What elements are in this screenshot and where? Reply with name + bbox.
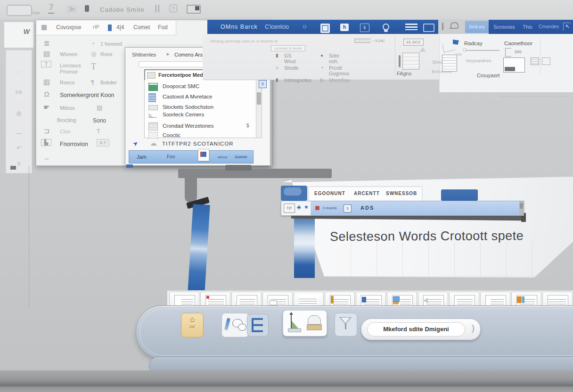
toolbar-item-covoxpse[interactable]: Covoxpse — [56, 24, 81, 31]
ribbon-blue-bar: OMns Barck C'icenlcio ○ h k — [207, 20, 438, 34]
star-icon[interactable]: ★ — [304, 204, 309, 210]
combo-icon — [147, 72, 156, 79]
bell-icon[interactable] — [450, 22, 458, 28]
chart-box-icon: ▙ — [41, 139, 51, 146]
list-button[interactable] — [247, 314, 269, 336]
ribbon-tab-active[interactable]: Drcit ery — [465, 21, 489, 33]
list-item[interactable]: Crondad Werzetones $ — [145, 122, 253, 131]
views-label: 0 vtowms — [323, 206, 337, 210]
doc-tab-3[interactable]: SWNESSOB — [386, 191, 417, 196]
search-pill-text[interactable]: Mkeford sdite Dmigeni — [367, 322, 465, 336]
undo-icon[interactable]: ↶ — [6, 145, 32, 152]
chart-button[interactable] — [283, 310, 327, 336]
club-icon[interactable]: ♣ — [297, 204, 301, 211]
funnel-button[interactable] — [335, 313, 357, 336]
ribbon-tab-4[interactable]: This — [523, 24, 532, 30]
blue-book-icon[interactable] — [108, 24, 112, 31]
ribbon-tiny-chip: Lorsutoo & bnuce — [271, 45, 305, 51]
window-preview-icon[interactable] — [503, 57, 525, 73]
bar-label-c: winos — [218, 155, 227, 159]
tf-box-icon[interactable]: T|F — [284, 204, 295, 213]
bar-label-a[interactable]: Jam — [137, 154, 147, 160]
thermo-table-icon[interactable] — [402, 53, 419, 70]
chip-5-icon[interactable]: 5 — [344, 204, 352, 212]
lined-document-icon[interactable] — [442, 55, 457, 72]
dark-chip-icon[interactable] — [85, 5, 89, 12]
doc-tab-1[interactable]: EGOONUNT — [314, 191, 345, 196]
right-label-radcay[interactable]: Radcay — [464, 41, 483, 46]
easel-edge-line — [29, 166, 29, 307]
small-dark-chip — [10, 166, 16, 170]
funnel-icon-inner — [341, 318, 350, 323]
select-cursor-icon[interactable]: ↖ — [563, 23, 571, 31]
grid-icon[interactable]: ▦ — [41, 23, 47, 31]
side-chip-5[interactable]: 5 — [259, 80, 267, 88]
list-item-label: Cooctic — [163, 132, 180, 138]
menu-item-label: 1 hooond — [100, 41, 122, 47]
titlebar-chip[interactable]: 3n — [67, 6, 76, 12]
command-label: Prcott Gogrmos — [329, 65, 349, 76]
pin-icon[interactable] — [442, 23, 443, 30]
circle-icon[interactable]: ○ — [303, 22, 307, 30]
list-item-label: Stockets Sodochston — [163, 104, 213, 110]
search-icon[interactable]: ◌ — [6, 68, 32, 75]
search-pill[interactable]: Mkeford sdite Dmigeni ) — [361, 318, 481, 340]
bar-label-b[interactable]: Foo — [167, 154, 175, 159]
dashed-box-icon — [148, 132, 158, 139]
command-label: Intmogootes — [284, 77, 311, 83]
app-tile-icon[interactable] — [198, 149, 209, 161]
toolbar-item-rip[interactable]: rIP — [93, 24, 99, 30]
ribbon-tiny-text: Ofhoeng carVrurwp cosoc kr ru Sesente wr — [210, 40, 278, 43]
pause-bars-icon[interactable] — [156, 5, 159, 12]
right-label-caonethoor[interactable]: Caonethoor — [504, 41, 532, 46]
bullet-icon: ● — [320, 53, 323, 58]
item-suffix: $ — [246, 123, 249, 128]
gray-chip-icon — [148, 105, 158, 110]
left-rail: ◌ Ink ◍ — ↶ ∨ — [6, 50, 32, 173]
bar-icon: ▮ — [276, 53, 278, 58]
panel-underline — [499, 96, 569, 97]
home-button[interactable]: ⌂ DIZ — [181, 313, 204, 337]
list-item[interactable]: Cooctic — [145, 131, 253, 140]
titlebar: Ones 7 3n Cadobe Smite ? — [0, 0, 573, 19]
desk-edge-band — [178, 169, 332, 178]
ribbon-tab-3[interactable]: Scrovoes — [493, 24, 515, 30]
ribbon-tab-back[interactable]: OMns Barck — [221, 24, 258, 30]
toolbar-item-comet[interactable]: Comet — [133, 24, 150, 31]
help-box-icon[interactable]: ? — [170, 5, 177, 12]
outline-box-icon[interactable] — [423, 24, 434, 32]
doc-tab-2[interactable]: ARCENTT — [354, 191, 380, 196]
value-chip: 6.7 — [97, 139, 109, 147]
bar-icon — [254, 324, 263, 326]
toolbar-item-fod[interactable]: Fod — [158, 24, 168, 31]
dropdown-action-bar[interactable]: Jam Foo winos Comm — [129, 150, 254, 163]
shapes-button[interactable] — [221, 313, 249, 337]
list-item[interactable]: Doopocat SMC — [145, 82, 253, 91]
list-item[interactable]: Soorleck Cemers — [145, 110, 253, 120]
toolbar-item-44[interactable]: 4|4 — [116, 24, 124, 31]
h-box-icon[interactable]: h — [340, 24, 349, 31]
ribbon-tab-2[interactable]: C'icenlcio — [265, 24, 289, 30]
scrollbar-thumb[interactable] — [257, 92, 261, 105]
window-shape-icon[interactable] — [7, 5, 32, 16]
red-marker-icon[interactable] — [315, 206, 319, 210]
globe-icon[interactable]: ◍ — [6, 110, 32, 117]
empty-box-icon[interactable] — [542, 57, 550, 65]
list-item[interactable]: Castoxot A Mvretace — [145, 92, 253, 102]
toolbar-scroll-cap[interactable] — [519, 201, 524, 215]
person-icon[interactable] — [383, 24, 389, 30]
scrollbar[interactable] — [256, 80, 262, 138]
list-lines-icon[interactable] — [405, 24, 417, 30]
ink-label[interactable]: Ink — [6, 89, 32, 95]
page-icon[interactable] — [320, 24, 330, 33]
k-box-icon[interactable]: k — [360, 24, 369, 32]
monitor-icon[interactable] — [187, 5, 201, 14]
blue-tab-chip[interactable] — [281, 186, 307, 201]
arc-icon: ◔ — [320, 65, 323, 70]
bar-label-d[interactable]: Comm — [235, 155, 247, 159]
pilcrow-icon: ¶ — [91, 79, 94, 86]
boxed-t-icon: T — [41, 61, 51, 67]
list-box-icon[interactable] — [531, 57, 539, 65]
blue-chip-right[interactable] — [441, 189, 478, 201]
ribbon-tab-5[interactable]: Crnandes — [539, 24, 559, 29]
